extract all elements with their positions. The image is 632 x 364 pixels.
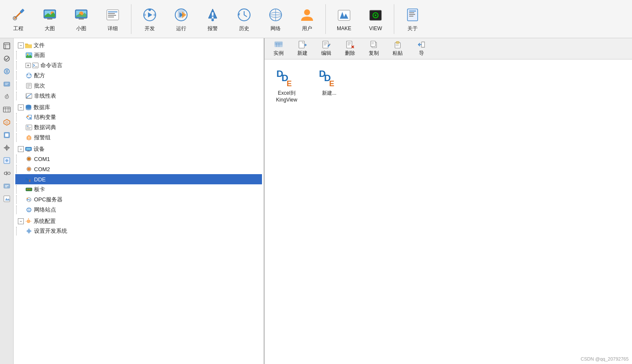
svg-rect-68: [32, 63, 38, 68]
sidebar-icon-6[interactable]: [1, 104, 13, 116]
svg-point-59: [8, 172, 10, 175]
svg-point-32: [375, 14, 376, 16]
tree-item-com2[interactable]: COM2: [15, 164, 262, 174]
tree-item-device[interactable]: － 设备: [15, 144, 262, 154]
sidebar-icon-9[interactable]: [1, 142, 13, 154]
tree-item-datadict[interactable]: 数据词典: [15, 122, 262, 133]
svg-rect-34: [409, 11, 416, 11]
tree-toggle-sysconfig[interactable]: －: [18, 218, 24, 224]
svg-point-28: [304, 9, 310, 15]
svg-point-17: [143, 14, 146, 16]
toolbar-make[interactable]: MAKE: [329, 3, 359, 36]
wrench-icon: [9, 6, 27, 24]
tree-item-com1[interactable]: COM1: [15, 154, 262, 164]
tree-item-struct[interactable]: 结构变量: [15, 112, 262, 122]
tree-toggle-file[interactable]: －: [18, 42, 24, 48]
sidebar-icon-8[interactable]: [1, 129, 13, 141]
tree-panel: － 文件 画面 ＋: [14, 38, 265, 364]
cb-copy[interactable]: 复制: [362, 40, 385, 58]
svg-point-81: [26, 106, 31, 108]
sidebar-icon-12[interactable]: [1, 180, 13, 192]
toolbar-detail[interactable]: 详细: [98, 3, 128, 36]
tree-item-board[interactable]: 板卡: [15, 184, 262, 195]
dde-tree-icon: D D E: [26, 176, 32, 183]
make-icon: [335, 6, 353, 24]
svg-rect-29: [338, 10, 350, 20]
tree-item-file[interactable]: － 文件: [15, 41, 262, 50]
toolbar-small-view[interactable]: 小图: [66, 3, 96, 36]
content-item-new[interactable]: D D E 新建...: [312, 65, 346, 106]
struct-icon: [26, 114, 32, 121]
separator-3: [394, 4, 394, 34]
datadict-icon: [26, 124, 32, 131]
sidebar-icon-13[interactable]: [1, 193, 13, 205]
toolbar-project[interactable]: 工程: [3, 3, 33, 36]
device-icon: [25, 146, 32, 152]
tree-label-sysconfig: 系统配置: [34, 217, 56, 225]
cb-import[interactable]: 导: [410, 40, 433, 58]
tree-item-batch[interactable]: 批次: [15, 81, 262, 91]
toolbar-user[interactable]: 用户: [292, 3, 322, 36]
cb-paste-label: 粘贴: [393, 50, 403, 57]
tree-item-alarmgroup[interactable]: 报警组: [15, 133, 262, 143]
user-icon: [298, 6, 316, 24]
tree-item-picture[interactable]: 画面: [15, 50, 262, 60]
toolbar-about[interactable]: 关于: [398, 3, 427, 36]
tree-label-devsys: 设置开发系统: [34, 227, 67, 235]
svg-point-47: [6, 96, 7, 98]
sidebar-icon-1[interactable]: [1, 40, 13, 52]
cb-edit[interactable]: 编辑: [315, 40, 338, 58]
database-icon: [25, 104, 32, 111]
toolbar-alarm-label: 报警: [208, 25, 218, 32]
sidebar-icon-4[interactable]: [1, 78, 13, 90]
cb-example[interactable]: 实例: [267, 40, 290, 58]
svg-rect-104: [28, 189, 30, 190]
svg-point-71: [27, 74, 28, 76]
sidebar-left: [0, 38, 14, 364]
tree-label-opc: OPC服务器: [34, 196, 63, 203]
svg-point-83: [29, 117, 31, 119]
toolbar-develop[interactable]: 开发: [135, 3, 165, 36]
toolbar-big-view[interactable]: 大图: [35, 3, 65, 36]
cb-import-label: 导: [419, 50, 424, 57]
toolbar-view[interactable]: VIEW: [361, 3, 390, 36]
cb-paste[interactable]: 粘贴: [386, 40, 409, 58]
com2-icon: [26, 166, 32, 172]
tree-item-command[interactable]: ＋ 命令语言: [15, 60, 262, 71]
toolbar-about-label: 关于: [407, 25, 418, 32]
cb-new[interactable]: 新建: [291, 40, 314, 58]
cb-edit-label: 编辑: [321, 50, 331, 57]
toolbar-network[interactable]: 网络: [261, 3, 290, 36]
toolbar-alarm[interactable]: 报警: [198, 3, 228, 36]
tree-item-opc[interactable]: PC OPC服务器: [15, 195, 262, 205]
content-main: D D E Excel到 KingView D D E 新建...: [265, 59, 632, 364]
sidebar-icon-10[interactable]: [1, 155, 13, 166]
tree-toggle-command[interactable]: ＋: [26, 63, 31, 68]
tree-item-dde[interactable]: D D E DDE: [15, 174, 262, 184]
sidebar-icon-11[interactable]: [1, 167, 13, 179]
tree-toggle-database[interactable]: －: [18, 104, 24, 110]
cb-delete[interactable]: 删除: [339, 40, 362, 58]
tree-item-nonlinear[interactable]: 非线性表: [15, 91, 262, 101]
tree-item-formula[interactable]: 配方: [15, 71, 262, 81]
toolbar-history[interactable]: 历史: [229, 3, 259, 36]
tree-item-sysconfg[interactable]: － 系统配置: [15, 217, 262, 226]
sidebar-icon-2[interactable]: [1, 53, 13, 65]
tree-label-file: 文件: [34, 42, 45, 49]
tree-toggle-device[interactable]: －: [18, 146, 24, 152]
svg-rect-129: [347, 41, 352, 48]
svg-point-18: [154, 14, 156, 16]
content-item-excel[interactable]: D D E Excel到 KingView: [270, 65, 304, 106]
tree-item-database[interactable]: － 数据库: [15, 103, 262, 112]
svg-rect-61: [4, 184, 10, 188]
content-area: 实例 新建: [265, 38, 632, 364]
develop-icon: [141, 6, 159, 24]
sidebar-icon-5[interactable]: [1, 91, 13, 103]
sidebar-icon-7[interactable]: [1, 116, 13, 128]
sidebar-icon-3[interactable]: [1, 65, 13, 77]
tree-label-batch: 批次: [34, 82, 45, 90]
main-layout: － 文件 画面 ＋: [0, 38, 632, 364]
tree-item-devsys[interactable]: 设置开发系统: [15, 226, 262, 236]
tree-item-networknode[interactable]: 网络站点: [15, 205, 262, 215]
toolbar-run[interactable]: 运行: [166, 3, 196, 36]
